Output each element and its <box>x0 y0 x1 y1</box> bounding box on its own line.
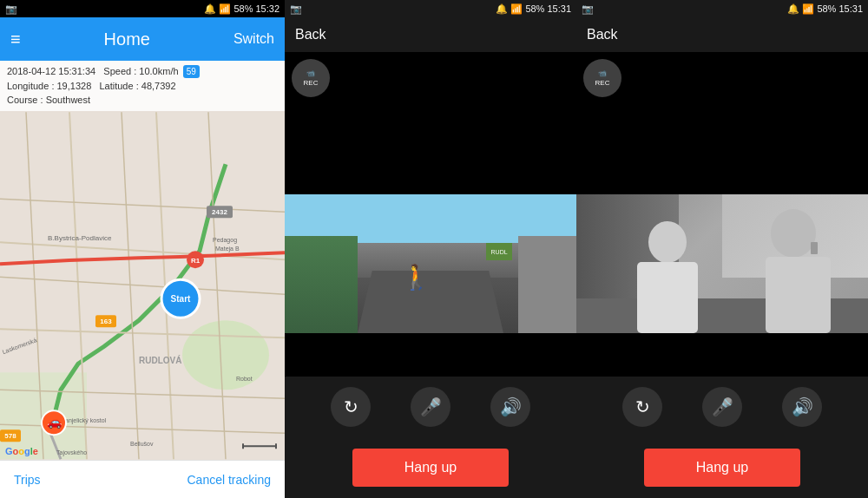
speed-label: Speed : <box>103 66 136 76</box>
cam1-alarm-icon: 🔔 <box>496 3 508 14</box>
cam1-hangup-button[interactable]: Hang up <box>352 449 509 487</box>
latitude-label: Latitude : <box>99 81 138 91</box>
cam2-battery-icon: 58% <box>817 3 836 14</box>
cam2-rotate-icon: ↻ <box>635 396 650 417</box>
map-camera-icon: 📷 <box>5 3 17 15</box>
svg-point-44 <box>648 221 687 263</box>
cam1-rotate-button[interactable]: ↻ <box>331 387 371 427</box>
cam1-mute-icon: 🎤 <box>420 396 442 417</box>
switch-button[interactable]: Switch <box>233 31 274 47</box>
interior-scene <box>576 194 868 333</box>
cam1-status-bar: 📷 🔔 📶 58% 15:31 <box>285 0 576 17</box>
svg-text:Bellušov: Bellušov <box>130 441 154 447</box>
svg-point-46 <box>771 209 816 258</box>
cam1-wifi-icon: 📶 <box>510 3 523 14</box>
cam2-status-icons: 🔔 📶 58% 15:31 <box>787 3 863 15</box>
cam1-volume-icon: 🔊 <box>500 396 522 417</box>
svg-text:163: 163 <box>100 318 112 325</box>
interior-camera-panel: 📷 🔔 📶 58% 15:31 Back 📹 REC <box>576 0 868 498</box>
cam1-video-area: RUDL 🚶 <box>285 194 576 333</box>
wall-element <box>518 236 576 333</box>
longitude-value: 19,1328 <box>57 81 92 91</box>
svg-text:578: 578 <box>4 432 16 440</box>
cam1-rec-button[interactable]: 📹 REC <box>292 59 330 97</box>
cam2-rotate-button[interactable]: ↻ <box>622 387 662 427</box>
map-area[interactable]: Banská Bystrica RUDLOVÁ B.Bystrica-Podla… <box>0 111 285 461</box>
latitude-value: 48,7392 <box>141 81 176 91</box>
cam2-controls: ↻ 🎤 🔊 <box>576 377 868 437</box>
menu-icon[interactable]: ≡ <box>10 29 21 49</box>
map-panel: 📷 🔔 📶 58% 15:32 ≡ Home Switch 2018-04-12… <box>0 0 285 498</box>
svg-rect-45 <box>637 262 698 333</box>
svg-point-1 <box>182 320 269 390</box>
svg-text:RUDLOVÁ: RUDLOVÁ <box>139 355 181 365</box>
cam1-back-button[interactable]: Back <box>295 27 326 43</box>
course-value: Southwest <box>46 95 90 105</box>
cam1-video-icon: 📹 <box>306 69 315 77</box>
cam2-time-display: 15:31 <box>838 3 863 14</box>
cam1-time-display: 15:31 <box>547 3 571 14</box>
cam2-mute-icon: 🎤 <box>712 396 733 417</box>
road-sign: RUDL <box>486 243 512 260</box>
speed-tag: 59 <box>183 65 200 78</box>
svg-text:2432: 2432 <box>212 208 227 216</box>
cam2-volume-icon: 🔊 <box>792 396 813 417</box>
cam1-lower-area <box>285 333 576 377</box>
map-svg: Banská Bystrica RUDLOVÁ B.Bystrica-Podla… <box>0 111 285 461</box>
cam1-hangup-area: Hang up <box>285 437 576 498</box>
cam2-mute-button[interactable]: 🎤 <box>702 387 742 427</box>
cam1-camera-icon: 📷 <box>290 3 302 15</box>
cam2-rec-label: REC <box>595 79 610 87</box>
cam1-rotate-icon: ↻ <box>344 396 358 417</box>
cam2-alarm-icon: 🔔 <box>787 3 799 14</box>
svg-text:Pedagog: Pedagog <box>213 237 237 244</box>
cam1-mute-button[interactable]: 🎤 <box>411 387 450 427</box>
svg-text:Mateja B: Mateja B <box>215 246 240 252</box>
trips-button[interactable]: Trips <box>14 473 41 487</box>
svg-rect-48 <box>811 242 818 254</box>
cam2-hangup-area: Hang up <box>576 437 868 498</box>
cam2-hangup-button[interactable]: Hang up <box>644 449 800 487</box>
cam2-lower-area <box>576 333 868 377</box>
cam1-volume-button[interactable]: 🔊 <box>490 387 530 427</box>
trees-element <box>285 236 358 333</box>
wifi-icon: 📶 <box>219 3 231 15</box>
front-camera-panel: 📷 🔔 📶 58% 15:31 Back 📹 REC RUDL 🚶 <box>285 0 576 498</box>
google-logo: Google <box>5 446 38 456</box>
svg-text:anjelický kostol: anjelický kostol <box>65 417 107 424</box>
map-status-icons: 🔔 📶 58% 15:32 <box>204 3 279 15</box>
cam2-upper-area: 📹 REC <box>576 52 868 194</box>
svg-text:Robot: Robot <box>236 376 253 382</box>
time-display: 15:32 <box>255 3 279 14</box>
cam1-upper-area: 📹 REC <box>285 52 576 194</box>
map-status-bar: 📷 🔔 📶 58% 15:32 <box>0 0 285 17</box>
svg-text:Start: Start <box>171 294 191 304</box>
cam2-video-area <box>576 194 868 333</box>
cam2-status-bar: 📷 🔔 📶 58% 15:31 <box>576 0 868 17</box>
svg-text:Tajovského: Tajovského <box>56 449 87 456</box>
cam1-rec-label: REC <box>304 79 319 87</box>
alarm-icon: 🔔 <box>204 3 216 15</box>
cam2-volume-button[interactable]: 🔊 <box>782 387 822 427</box>
svg-text:B.Bystrica-Podlavice: B.Bystrica-Podlavice <box>48 234 112 242</box>
cam2-camera-icon: 📷 <box>582 3 594 15</box>
cancel-tracking-button[interactable]: Cancel tracking <box>187 473 272 487</box>
cam2-back-button[interactable]: Back <box>587 27 618 43</box>
app-title: Home <box>104 29 150 49</box>
map-top-bar: ≡ Home Switch <box>0 17 285 61</box>
cam1-controls: ↻ 🎤 🔊 <box>285 377 576 437</box>
info-bar: 2018-04-12 15:31:34 Speed : 10.0km/h 59 … <box>0 61 285 111</box>
battery-icon: 58% <box>233 3 253 14</box>
svg-text:🚗: 🚗 <box>47 415 62 429</box>
cam1-status-icons: 🔔 📶 58% 15:31 <box>496 3 571 15</box>
cam2-video-icon: 📹 <box>598 69 607 77</box>
person-figure: 🚶 <box>401 263 431 292</box>
cam1-top-bar: Back <box>285 17 576 52</box>
course-label: Course : <box>7 95 43 105</box>
longitude-label: Longitude : <box>7 81 54 91</box>
cam2-top-bar: Back <box>576 17 868 52</box>
svg-rect-47 <box>766 257 831 333</box>
svg-text:R1: R1 <box>191 257 201 265</box>
cam1-battery-icon: 58% <box>525 3 544 14</box>
cam2-rec-button[interactable]: 📹 REC <box>583 59 621 97</box>
